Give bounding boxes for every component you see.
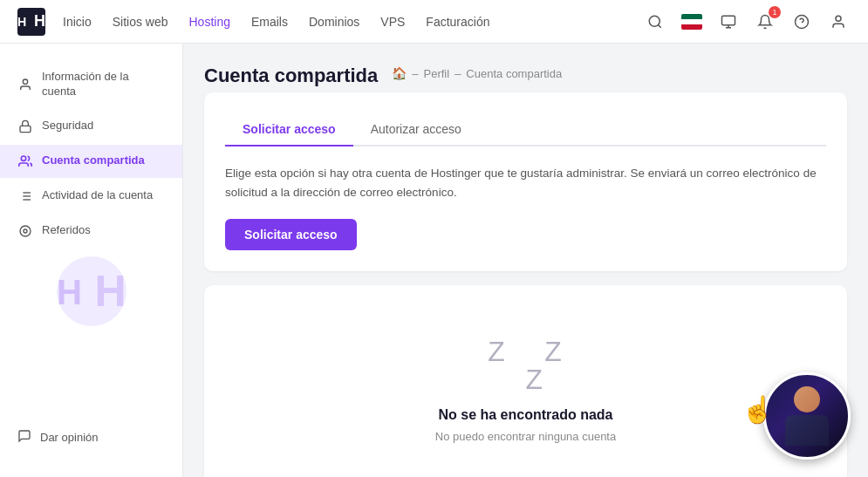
solicitar-acceso-button[interactable]: Solicitar acceso [225,219,357,250]
svg-point-16 [20,226,31,236]
svg-rect-8 [20,126,31,132]
sidebar-item-label: Referidos [42,223,91,238]
nav-emails[interactable]: Emails [251,15,288,29]
main-card: Solicitar acceso Autorizar acceso Elige … [204,92,847,271]
sidebar-item-seguridad[interactable]: Seguridad [0,110,182,143]
main-layout: Información de la cuenta Seguridad Cuent… [0,44,868,477]
svg-point-17 [24,229,27,233]
sidebar-feedback[interactable]: Dar opinión [0,415,182,460]
svg-text:H: H [57,272,82,311]
svg-point-1 [649,16,660,26]
breadcrumb-separator2: – [455,67,461,80]
svg-point-6 [836,16,841,21]
sidebar-item-label: Actividad de la cuenta [42,188,153,203]
flag-mexico-icon[interactable] [680,10,704,34]
breadcrumb: 🏠 – Perfil – Cuenta compartida [392,66,562,80]
profile-icon[interactable] [826,10,851,34]
sidebar-item-referidos[interactable]: Referidos [0,215,182,248]
tab-description: Elige esta opción si hay otra cuenta de … [225,164,826,201]
svg-line-2 [658,24,660,27]
svg-point-9 [21,156,25,160]
sidebar-item-label: Seguridad [42,119,93,133]
empty-state-title: No se ha encontrado nada [225,407,826,423]
nav-dominios[interactable]: Dominios [309,15,359,29]
sidebar-item-label: Cuenta compartida [42,153,145,168]
home-icon: 🏠 [392,66,407,80]
nav-facturacion[interactable]: Facturación [426,15,489,29]
tabs-container: Solicitar acceso Autorizar acceso [225,113,826,147]
logo[interactable]: H H [17,8,45,36]
nav-right-icons: 1 [643,10,851,34]
video-avatar [763,372,851,460]
svg-point-7 [23,79,27,84]
tab-autorizar-acceso[interactable]: Autorizar acceso [353,113,479,147]
nav-hosting[interactable]: Hosting [189,15,230,29]
top-navigation: H H Inicio Sitios web Hosting Emails Dom… [0,0,868,44]
sidebar: Información de la cuenta Seguridad Cuent… [0,44,183,477]
sidebar-items: Información de la cuenta Seguridad Cuent… [0,61,182,248]
sidebar-item-actividad[interactable]: Actividad de la cuenta [0,180,182,213]
nav-links: Inicio Sitios web Hosting Emails Dominio… [63,15,643,29]
breadcrumb-current: Cuenta compartida [466,67,562,80]
zzz-icon: Z Z Z [225,337,826,393]
search-icon[interactable] [643,10,667,34]
tab-solicitar-acceso[interactable]: Solicitar acceso [225,113,353,147]
svg-rect-3 [722,16,735,25]
referral-icon [17,223,33,239]
nav-vps[interactable]: VPS [380,15,405,29]
notifications-icon[interactable]: 1 [753,10,777,34]
sidebar-item-cuenta-compartida[interactable]: Cuenta compartida [0,145,182,178]
empty-state-subtitle: No puedo encontrar ninguna cuenta [225,430,826,443]
chat-icon [17,429,31,446]
users-icon [17,153,33,169]
lock-icon [17,119,33,134]
sidebar-item-label: Información de la cuenta [42,70,165,99]
sidebar-item-info-cuenta[interactable]: Información de la cuenta [0,61,182,108]
list-icon [17,188,33,204]
breadcrumb-separator: – [412,67,418,80]
svg-text:H: H [17,14,26,28]
notification-badge: 1 [769,6,781,18]
user-icon [17,77,33,92]
nav-inicio[interactable]: Inicio [63,15,92,29]
help-icon[interactable] [789,10,814,34]
sidebar-feedback-label: Dar opinión [40,431,99,444]
breadcrumb-perfil: Perfil [424,67,450,80]
sidebar-logo-watermark: H H [57,256,126,326]
empty-state-card: Z Z Z No se ha encontrado nada No puedo … [204,285,847,477]
page-title: Cuenta compartida [204,65,378,87]
screen-icon[interactable] [716,10,741,34]
nav-sitios-web[interactable]: Sitios web [113,15,168,29]
